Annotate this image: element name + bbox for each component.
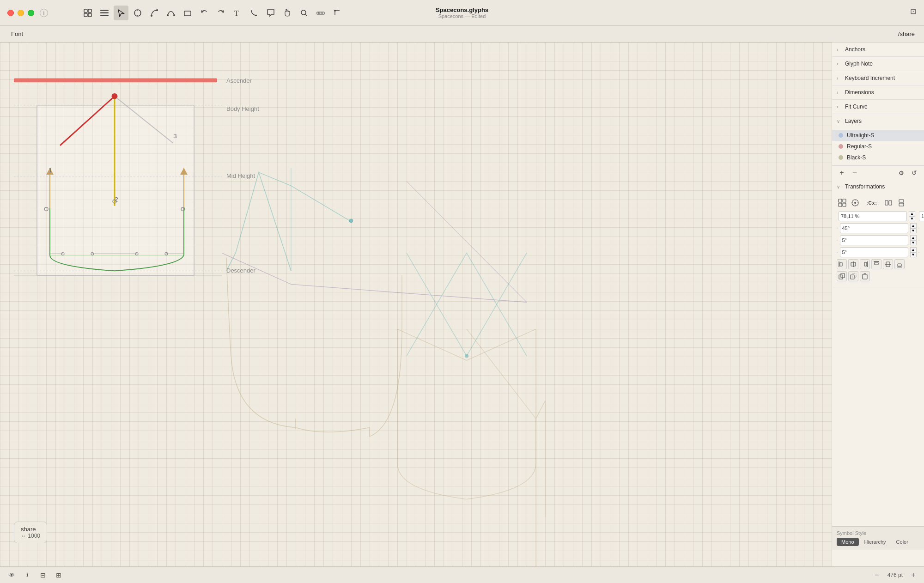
glyph-note-header[interactable]: › Glyph Note (832, 57, 924, 71)
layer-ultralight[interactable]: Ultralight-S (832, 130, 924, 141)
svg-point-32 (854, 202, 856, 204)
measure-tool-button[interactable] (313, 6, 328, 20)
svg-text:T: T (234, 9, 239, 17)
share-name: share (21, 526, 40, 533)
copy-button-1[interactable] (837, 271, 847, 281)
svg-point-15 (173, 14, 175, 16)
transform-rotate-row: 45° ▲ ▼ (837, 223, 919, 233)
slant1-input[interactable]: 5° (840, 235, 908, 245)
path-tool-button[interactable] (147, 6, 162, 20)
hierarchy-tab[interactable]: Hierarchy (860, 538, 891, 546)
align-left-button[interactable] (837, 259, 847, 269)
scale-x-down[interactable]: ▼ (909, 216, 915, 221)
rotate-stepper: ▲ ▼ (910, 223, 917, 233)
right-panel: › Anchors › Glyph Note › Keyboard Increm… (832, 43, 924, 566)
rotate-input[interactable]: 45° (840, 223, 908, 233)
glyph-note-label: Glyph Note (845, 61, 873, 67)
layer-name-ultralight: Ultralight-S (847, 132, 874, 139)
ghost-cross-1 (407, 253, 527, 356)
redo-button[interactable] (213, 6, 228, 20)
layer-refresh-button[interactable]: ↺ (909, 168, 919, 178)
close-button[interactable] (7, 10, 14, 16)
grid-view-button[interactable] (80, 6, 95, 20)
zoom-out-button[interactable]: − (872, 570, 882, 580)
fit-curve-header[interactable]: › Fit Curve (832, 100, 924, 114)
color-tab[interactable]: Color (892, 538, 913, 546)
slant2-up[interactable]: ▲ (910, 247, 917, 252)
scale-x-up[interactable]: ▲ (909, 211, 915, 216)
minimize-button[interactable] (18, 10, 24, 16)
svg-rect-57 (875, 262, 878, 265)
transformations-chevron: ∨ (837, 184, 842, 189)
svg-rect-39 (899, 200, 904, 202)
zoom-tool-button[interactable] (297, 6, 311, 20)
scale-x-input[interactable]: 78,11 % (839, 211, 907, 221)
info-panel-button[interactable]: ℹ (21, 569, 33, 581)
transform-vert-button[interactable] (896, 197, 907, 208)
transform-cx-button[interactable]: :Cx: (863, 197, 881, 208)
expand-button[interactable]: ⊡ (906, 5, 919, 18)
transform-distribute-button[interactable] (837, 197, 848, 208)
slant2-input[interactable]: 5° (840, 247, 908, 257)
undo-button[interactable] (197, 6, 212, 20)
add-layer-button[interactable]: + (837, 168, 847, 178)
hand-tool-button[interactable] (280, 6, 295, 20)
maximize-button[interactable] (28, 10, 34, 16)
ghost-glyph-1 (226, 172, 291, 271)
paste-button[interactable] (860, 271, 870, 281)
layer-regular[interactable]: Regular-S (832, 141, 924, 152)
slant1-down[interactable]: ▼ (910, 240, 917, 245)
remove-layer-button[interactable]: − (850, 168, 860, 178)
svg-rect-16 (184, 11, 191, 16)
symbol-style-title: Symbol Style (837, 530, 919, 536)
transformations-header[interactable]: ∨ Transformations (832, 180, 924, 194)
svg-rect-1 (88, 9, 91, 12)
align-center-v-button[interactable] (883, 259, 893, 269)
oval-tool-button[interactable] (130, 6, 145, 20)
rotate-down[interactable]: ▼ (910, 228, 917, 233)
dimensions-header[interactable]: › Dimensions (832, 85, 924, 99)
info-button[interactable]: i (40, 9, 48, 17)
layers-list: Ultralight-S Regular-S Black-S (832, 128, 924, 165)
traffic-lights (0, 10, 34, 16)
transformations-section: ∨ Transformations (832, 180, 924, 287)
slant1-up[interactable]: ▲ (910, 235, 917, 240)
slant2-down[interactable]: ▼ (910, 252, 917, 257)
columns-button[interactable]: ⊟ (37, 569, 49, 581)
zoom-in-button[interactable]: + (908, 570, 918, 580)
svg-rect-40 (899, 203, 904, 206)
grid-button[interactable]: ⊞ (53, 569, 65, 581)
comment-button[interactable] (263, 6, 278, 20)
list-view-button[interactable] (97, 6, 112, 20)
scale-y-input[interactable]: 110 % (919, 211, 924, 221)
transform-center-button[interactable] (850, 197, 861, 208)
rotate-up[interactable]: ▲ (910, 223, 917, 228)
transform-slant2-row: 5° ▲ ▼ (837, 247, 919, 257)
rectangle-tool-button[interactable] (180, 6, 195, 20)
layer-black[interactable]: Black-S (832, 152, 924, 163)
text-tool-button[interactable]: T (230, 6, 245, 20)
transform-scale-row: 78,11 % ▲ ▼ 110 % ▲ ▼ (837, 211, 919, 221)
align-center-h-button[interactable] (848, 259, 858, 269)
slant2-left-icon (837, 248, 838, 256)
font-menu[interactable]: Font (7, 29, 27, 39)
align-top-button[interactable] (871, 259, 881, 269)
share-width: ↔ 1000 (21, 533, 40, 539)
arrow-curve-button[interactable] (247, 6, 261, 20)
transform-horiz-button[interactable] (883, 197, 894, 208)
layers-header[interactable]: ∨ Layers (832, 114, 924, 128)
mono-tab[interactable]: Mono (837, 538, 859, 546)
layer-settings-button[interactable]: ⚙ (896, 168, 906, 178)
align-bottom-button[interactable] (894, 259, 905, 269)
keyboard-increment-header[interactable]: › Keyboard Increment (832, 71, 924, 85)
curve-tool-button[interactable] (164, 6, 178, 20)
anchors-header[interactable]: › Anchors (832, 43, 924, 56)
eye-button[interactable]: 👁 (6, 569, 18, 581)
pointer-tool-button[interactable] (114, 6, 128, 20)
svg-rect-61 (898, 264, 901, 266)
copy-button-2[interactable] (848, 271, 858, 281)
app-title-main: Spacecons.glyphs (436, 6, 488, 13)
corner-tool-button[interactable] (330, 6, 345, 20)
layers-toolbar: + − ⚙ ↺ (832, 165, 924, 180)
align-right-button[interactable] (860, 259, 870, 269)
